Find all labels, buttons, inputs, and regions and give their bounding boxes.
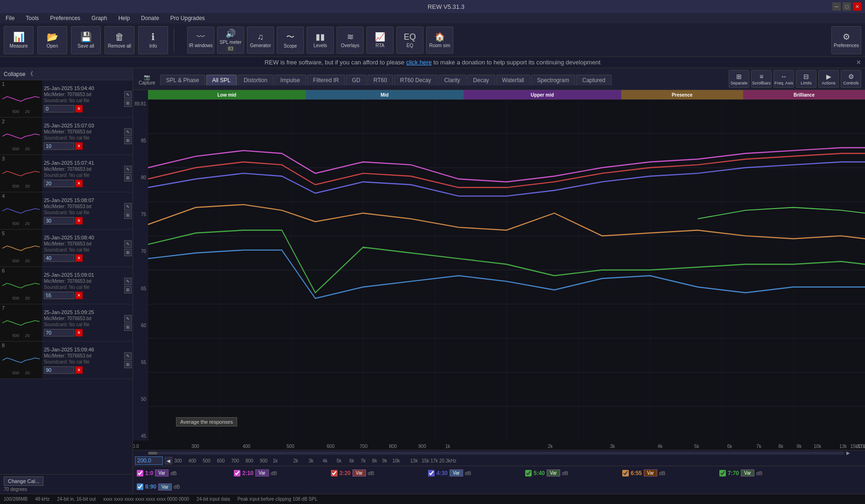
change-cal-button[interactable]: Change Cal... xyxy=(4,476,43,486)
legend-var-button-1:0[interactable]: Var xyxy=(155,469,169,476)
legend-var-button-8:90[interactable]: Var xyxy=(158,483,172,490)
menu-item-tools[interactable]: Tools xyxy=(22,14,42,22)
legend-check-5:40[interactable] xyxy=(525,470,532,476)
legend-check-3:20[interactable] xyxy=(331,470,338,476)
menu-item-file[interactable]: File xyxy=(2,14,18,22)
freq-axis-button[interactable]: ↔Freq. Axis xyxy=(774,70,794,88)
meas-value-input-6[interactable] xyxy=(44,292,74,299)
meas-edit-button-2[interactable]: ✎ xyxy=(124,128,132,136)
measure-button[interactable]: 📊 Measure xyxy=(4,26,34,54)
meas-copy-button-2[interactable]: ⊞ xyxy=(124,137,132,144)
tab-filtered-ir[interactable]: Filtered IR xyxy=(307,75,345,85)
separate-button[interactable]: ⊞Separate xyxy=(729,70,749,88)
info-button[interactable]: ℹ Info xyxy=(138,26,168,54)
meas-edit-button-4[interactable]: ✎ xyxy=(124,203,132,210)
nav-prev-arrow[interactable]: ◀ xyxy=(165,457,172,464)
preferences-button[interactable]: ⚙ Preferences xyxy=(831,26,861,54)
generator-button[interactable]: ♫ Generator xyxy=(247,27,274,54)
legend-check-4:30[interactable] xyxy=(428,470,435,476)
tab-rt60-decay[interactable]: RT60 Decay xyxy=(394,75,437,85)
tab-waterfall[interactable]: Waterfall xyxy=(496,75,530,85)
legend-check-2:10[interactable] xyxy=(234,470,240,476)
eq-button[interactable]: EQ EQ xyxy=(396,27,423,54)
rta-button[interactable]: 📈 RTA xyxy=(366,27,394,54)
tab-spectrogram[interactable]: Spectrogram xyxy=(531,75,576,85)
menu-item-donate[interactable]: Donate xyxy=(137,14,163,22)
menu-item-preferences[interactable]: Preferences xyxy=(46,14,84,22)
controls-button[interactable]: ⚙Controls xyxy=(841,70,861,88)
meas-copy-button-7[interactable]: ⊞ xyxy=(124,323,132,331)
ir-windows-button[interactable]: 〰 IR windows xyxy=(187,27,214,54)
maximize-button[interactable]: □ xyxy=(843,2,851,11)
meas-value-input-3[interactable] xyxy=(44,180,74,187)
remove-all-button[interactable]: 🗑 Remove all xyxy=(105,26,134,54)
legend-var-button-4:30[interactable]: Var xyxy=(450,469,463,476)
scrollbars-button[interactable]: ≡Scrollbars xyxy=(751,70,772,88)
tab-all-spl[interactable]: All SPL xyxy=(206,75,237,85)
actions-button[interactable]: ▶Actions xyxy=(818,70,839,88)
meas-edit-button-8[interactable]: ✎ xyxy=(124,352,132,360)
limits-button[interactable]: ⊟Limits xyxy=(796,70,816,88)
open-button[interactable]: 📂 Open xyxy=(37,26,67,54)
meas-value-input-2[interactable] xyxy=(44,142,74,150)
meas-delete-button-8[interactable]: × xyxy=(75,366,83,374)
legend-var-button-7:70[interactable]: Var xyxy=(741,469,754,476)
meas-edit-button-7[interactable]: ✎ xyxy=(124,315,132,322)
menu-item-graph[interactable]: Graph xyxy=(88,14,111,22)
meas-delete-button-7[interactable]: × xyxy=(75,329,83,336)
meas-copy-button-1[interactable]: ⊞ xyxy=(124,99,132,107)
tab-rt60[interactable]: RT60 xyxy=(367,75,393,85)
meas-edit-button-3[interactable]: ✎ xyxy=(124,166,132,173)
collapse-button[interactable]: Collapse 《 xyxy=(0,68,133,80)
meas-value-input-8[interactable] xyxy=(44,366,74,374)
nav-start-input[interactable] xyxy=(135,456,163,465)
meas-delete-button-1[interactable]: × xyxy=(75,105,83,112)
capture-button[interactable]: 📷 Capture xyxy=(139,74,155,85)
minimize-button[interactable]: ─ xyxy=(832,2,841,11)
menu-item-help[interactable]: Help xyxy=(114,14,134,22)
close-donation-button[interactable]: ✕ xyxy=(856,59,861,66)
legend-check-6:55[interactable] xyxy=(622,470,629,476)
meas-edit-button-6[interactable]: ✎ xyxy=(124,278,132,285)
room-sim-button[interactable]: 🏠 Room sim xyxy=(426,27,453,54)
meas-copy-button-5[interactable]: ⊞ xyxy=(124,249,132,256)
tab-distortion[interactable]: Distortion xyxy=(238,75,274,85)
meas-edit-button-5[interactable]: ✎ xyxy=(124,240,132,248)
meas-value-input-5[interactable] xyxy=(44,254,74,262)
meas-delete-button-5[interactable]: × xyxy=(75,254,83,262)
legend-var-button-2:10[interactable]: Var xyxy=(255,469,269,476)
meas-delete-button-3[interactable]: × xyxy=(75,180,83,187)
meas-delete-button-2[interactable]: × xyxy=(75,142,83,150)
meas-edit-button-1[interactable]: ✎ xyxy=(124,91,132,98)
meas-value-input-7[interactable] xyxy=(44,329,74,336)
legend-var-button-5:40[interactable]: Var xyxy=(547,469,560,476)
meas-copy-button-6[interactable]: ⊞ xyxy=(124,286,132,294)
close-button[interactable]: ✕ xyxy=(853,2,861,11)
overlays-button[interactable]: ≋ Overlays xyxy=(337,27,364,54)
legend-check-7:70[interactable] xyxy=(719,470,726,476)
horizontal-scrollbar[interactable] xyxy=(148,452,844,455)
legend-check-1:0[interactable] xyxy=(137,470,143,476)
legend-var-button-3:20[interactable]: Var xyxy=(352,469,366,476)
menu-item-pro-upgrades[interactable]: Pro Upgrades xyxy=(167,14,209,22)
save-all-button[interactable]: 💾 Save all xyxy=(71,26,101,54)
donation-link[interactable]: click here xyxy=(406,59,432,66)
meas-value-input-4[interactable] xyxy=(44,217,74,224)
scroll-right-arrow[interactable]: ▶ xyxy=(846,450,850,455)
tab-clarity[interactable]: Clarity xyxy=(438,75,466,85)
meas-copy-button-3[interactable]: ⊞ xyxy=(124,174,132,182)
meas-copy-button-8[interactable]: ⊞ xyxy=(124,361,132,368)
tab-captured[interactable]: Captured xyxy=(576,75,611,85)
legend-var-button-6:55[interactable]: Var xyxy=(644,469,657,476)
scope-button[interactable]: 〜 Scope xyxy=(277,27,304,54)
meas-value-input-1[interactable] xyxy=(44,105,74,112)
tab-spl-&-phase[interactable]: SPL & Phase xyxy=(160,75,205,85)
meas-delete-button-6[interactable]: × xyxy=(75,292,83,299)
graph-canvas-area[interactable]: SPL 89.81 xyxy=(148,99,865,441)
tab-decay[interactable]: Decay xyxy=(467,75,495,85)
meas-copy-button-4[interactable]: ⊞ xyxy=(124,211,132,219)
tab-impulse[interactable]: Impulse xyxy=(274,75,306,85)
scrollbar-thumb[interactable] xyxy=(148,452,157,455)
tab-gd[interactable]: GD xyxy=(346,75,366,85)
legend-check-8:90[interactable] xyxy=(137,483,143,490)
